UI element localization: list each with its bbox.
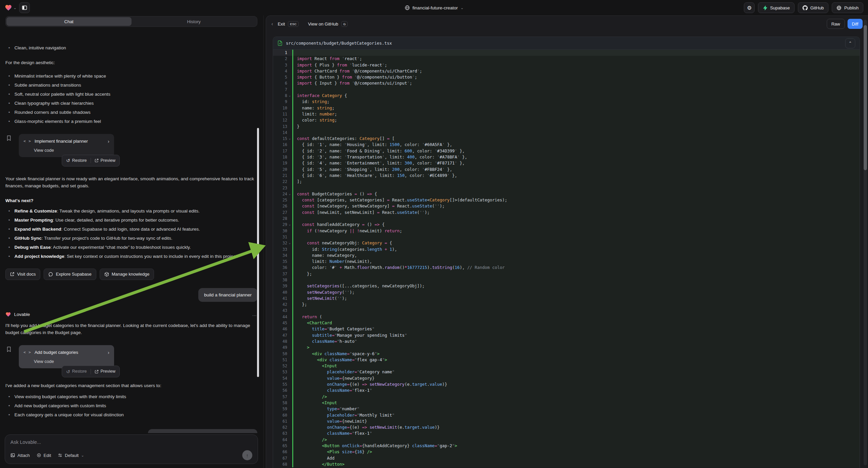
project-selector[interactable]: financial-future-creator ⌄ xyxy=(404,0,463,16)
preview-button[interactable]: Preview xyxy=(95,368,116,375)
external-link-icon xyxy=(10,272,14,276)
manage-knowledge-button[interactable]: Manage knowledge xyxy=(100,269,154,280)
chat-history-tabs: Chat History xyxy=(5,16,257,27)
version-card-add-budget-categories[interactable]: < > Add budget categories › View code xyxy=(19,345,114,368)
code-line: 32⌄ const newCategoryObj: Category = { xyxy=(273,240,860,246)
lovable-heart-icon xyxy=(5,312,11,317)
restore-label: Restore xyxy=(72,157,87,164)
fold-chevron-icon[interactable]: ⌄ xyxy=(287,191,292,197)
sidebar-toggle-button[interactable] xyxy=(19,2,30,13)
view-code-link[interactable]: View code xyxy=(34,358,110,365)
lovable-logo-menu[interactable]: ⌄ xyxy=(5,4,17,11)
code-line: 2import React from 'react'; xyxy=(273,56,860,62)
code-scrollbar-track[interactable] xyxy=(864,20,867,465)
code-text: interface Category { xyxy=(293,93,860,99)
code-text: value={newCategory} xyxy=(293,375,860,381)
bookmark-icon[interactable] xyxy=(6,135,11,141)
github-button[interactable]: GitHub xyxy=(798,2,829,13)
line-number: 19 xyxy=(273,160,287,166)
gear-icon: ⚙ xyxy=(747,5,751,11)
code-text: name: string; xyxy=(293,105,860,111)
preview-label: Preview xyxy=(101,368,116,375)
fold-spacer xyxy=(287,234,292,240)
code-text: onChange={(e) => setNewCategory(e.target… xyxy=(293,381,860,387)
fold-spacer xyxy=(287,271,292,277)
file-header[interactable]: src/components/budget/BudgetCategories.t… xyxy=(273,37,860,50)
mode-selector[interactable]: Default ⌄ xyxy=(58,453,84,458)
line-number: 60 xyxy=(273,412,287,418)
panel-layout-icon xyxy=(22,5,27,10)
explore-supabase-button[interactable]: Explore Supabase xyxy=(43,269,96,280)
next-step-bold: Refine & Customize xyxy=(14,208,57,213)
diff-button[interactable]: Diff xyxy=(847,19,863,29)
code-text: { id: '2', name: 'Food & Dining', limit:… xyxy=(293,148,860,154)
restore-button[interactable]: ↺Restore xyxy=(66,157,87,164)
raw-button[interactable]: Raw xyxy=(827,19,845,29)
attach-button[interactable]: Attach xyxy=(10,453,30,458)
view-on-github-button[interactable]: View on GitHub G xyxy=(308,21,348,27)
edit-button[interactable]: Edit xyxy=(37,453,51,458)
visit-docs-button[interactable]: Visit docs xyxy=(5,269,40,280)
publish-button[interactable]: Publish xyxy=(832,2,863,13)
code-text: > xyxy=(293,345,860,351)
fold-spacer xyxy=(287,394,292,400)
settings-button[interactable]: ⚙ xyxy=(744,2,754,13)
line-number: 11 xyxy=(273,111,287,117)
bookmark-icon[interactable] xyxy=(6,347,11,352)
restore-icon: ↺ xyxy=(66,158,70,163)
collapse-file-button[interactable]: ⌃ xyxy=(845,38,855,48)
tab-history[interactable]: History xyxy=(131,17,257,26)
line-number: 46 xyxy=(273,326,287,332)
chat-scrollbar[interactable] xyxy=(257,128,259,377)
send-button[interactable]: ↑ xyxy=(242,450,252,460)
line-number: 10 xyxy=(273,105,287,111)
code-line: 33 id: String(categories.length + 1), xyxy=(273,246,860,253)
chat-input-box[interactable]: Ask Lovable... Attach Edit Default ⌄ ↑ xyxy=(5,434,258,464)
code-scrollbar-thumb[interactable] xyxy=(864,25,867,170)
version-card-implement-financial-planner[interactable]: < > Implement financial planner › View c… xyxy=(19,134,114,157)
fold-spacer xyxy=(287,455,292,461)
line-number: 27 xyxy=(273,209,287,215)
restore-button[interactable]: ↺Restore xyxy=(66,368,87,375)
code-text: { id: '3', name: 'Transportation', limit… xyxy=(293,154,860,160)
fold-chevron-icon[interactable]: ⌄ xyxy=(287,136,292,142)
code-line: 49 > xyxy=(273,345,860,351)
supabase-button[interactable]: Supabase xyxy=(758,2,795,13)
line-number: 50 xyxy=(273,351,287,357)
fold-spacer xyxy=(287,185,292,191)
code-text: className="h-auto" xyxy=(293,339,860,345)
tab-chat[interactable]: Chat xyxy=(6,17,131,26)
fold-spacer xyxy=(287,320,292,326)
exit-button[interactable]: Exit ESC xyxy=(278,21,299,27)
line-number: 18 xyxy=(273,154,287,160)
line-number: 53 xyxy=(273,369,287,375)
code-line: 50 <div className="space-y-6"> xyxy=(273,351,860,357)
fold-spacer xyxy=(287,387,292,393)
chat-bullet: Minimalist interface with plenty of whit… xyxy=(5,72,257,80)
view-code-link[interactable]: View code xyxy=(34,147,110,154)
message-menu-button[interactable]: … xyxy=(252,311,258,318)
line-number: 15 xyxy=(273,136,287,142)
code-line: 38 xyxy=(273,277,860,283)
code-line: 66 <Plus size={16} /> xyxy=(273,449,860,455)
code-line: 42 }; xyxy=(273,301,860,308)
code-text: const defaultCategories: Category[] = [ xyxy=(293,136,860,142)
chevron-right-icon: › xyxy=(108,138,110,145)
fold-chevron-icon[interactable]: ⌄ xyxy=(287,93,292,99)
fold-chevron-icon[interactable]: ⌄ xyxy=(287,240,292,246)
preview-button[interactable]: Preview xyxy=(95,157,116,164)
code-line: 24⌄const BudgetCategories = () => { xyxy=(273,191,860,197)
code-line: 12 color: string; xyxy=(273,117,860,123)
fold-chevron-icon[interactable]: ⌄ xyxy=(287,222,292,228)
code-text: setNewCategory(''); xyxy=(293,289,860,295)
chat-input-placeholder[interactable]: Ask Lovable... xyxy=(10,439,252,445)
code-line: 20 { id: '5', name: 'Shopping', limit: 2… xyxy=(273,167,860,173)
target-icon xyxy=(37,453,41,458)
code-text: const handleAddCategory = () => { xyxy=(293,222,860,228)
code-line: 9 id: string; xyxy=(273,99,860,105)
code-text xyxy=(293,87,860,93)
chevron-down-icon: ⌄ xyxy=(460,6,463,10)
code-line: 25 const [categories, setCategories] = R… xyxy=(273,197,860,203)
code-line: 14 xyxy=(273,129,860,136)
fold-spacer xyxy=(287,443,292,449)
